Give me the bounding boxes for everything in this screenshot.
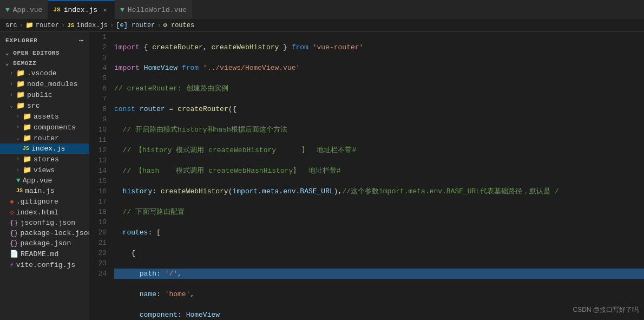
js-file-icon: JS bbox=[67, 22, 74, 29]
folder-icon: 📁 bbox=[16, 101, 25, 110]
code-editor[interactable]: import { createRouter, createWebHistory … bbox=[112, 32, 644, 320]
item-label: vite.config.js bbox=[16, 261, 75, 269]
editor-area[interactable]: 12345 678910 1112131415 1617181920 21222… bbox=[89, 32, 644, 320]
watermark: CSDN @接口写好了吗 bbox=[573, 305, 639, 315]
sidebar-header: EXPLORER ⋯ bbox=[0, 32, 89, 47]
open-editors-label: ⌄ OPEN EDITORS bbox=[0, 47, 89, 57]
breadcrumb-sep: › bbox=[19, 22, 23, 29]
arrow-icon: › bbox=[16, 125, 19, 130]
item-label: App.vue bbox=[23, 177, 52, 185]
sidebar-item-public[interactable]: › 📁 public bbox=[0, 89, 89, 100]
js-file-icon: JS bbox=[23, 146, 29, 152]
item-label: package.json bbox=[21, 239, 71, 247]
folder-icon: 📁 bbox=[16, 90, 25, 99]
item-label: stores bbox=[34, 155, 59, 164]
sidebar-item-components[interactable]: › 📁 components bbox=[0, 122, 89, 133]
breadcrumb-sep: › bbox=[61, 22, 65, 29]
item-label: .vscode bbox=[27, 69, 57, 77]
item-label: views bbox=[34, 166, 55, 174]
breadcrumb-part[interactable]: index.js bbox=[76, 22, 108, 29]
sidebar-item-package-lock[interactable]: {} package-lock.json bbox=[0, 228, 89, 238]
arrow-icon: ⌄ bbox=[10, 102, 13, 109]
folder-icon: 📁 bbox=[23, 112, 31, 121]
line-numbers: 12345 678910 1112131415 1617181920 21222… bbox=[89, 32, 112, 320]
sidebar-item-readme[interactable]: 📄 README.md bbox=[0, 249, 89, 259]
sidebar-item-jsconfig[interactable]: {} jsconfig.json bbox=[0, 218, 89, 228]
sidebar: EXPLORER ⋯ ⌄ OPEN EDITORS ⌄ DEMOZZ › 📁 .… bbox=[0, 32, 89, 320]
main-layout: EXPLORER ⋯ ⌄ OPEN EDITORS ⌄ DEMOZZ › 📁 .… bbox=[0, 32, 644, 320]
vite-icon: ⚡ bbox=[10, 260, 14, 269]
item-label: router bbox=[34, 134, 59, 142]
arrow-icon: › bbox=[16, 156, 19, 162]
tab-bar: ▼ App.vue JS index.js ✕ ▼ HelloWorld.vue bbox=[0, 0, 644, 19]
sidebar-item-node-modules[interactable]: › 📁 node_modules bbox=[0, 79, 89, 89]
sidebar-header-icons: ⋯ bbox=[79, 36, 84, 45]
arrow-icon: › bbox=[10, 92, 13, 98]
breadcrumb-part[interactable]: src bbox=[5, 22, 17, 29]
item-label: index.html bbox=[16, 208, 58, 217]
sidebar-item-vscode[interactable]: › 📁 .vscode bbox=[0, 68, 89, 79]
sidebar-item-src[interactable]: ⌄ 📁 src bbox=[0, 100, 89, 111]
folder-icon: 📁 bbox=[23, 134, 31, 142]
sidebar-item-main-js[interactable]: JS main.js bbox=[0, 186, 89, 196]
tab-app-vue[interactable]: ▼ App.vue bbox=[0, 0, 48, 19]
item-label: components bbox=[34, 123, 76, 132]
item-label: README.md bbox=[21, 250, 58, 258]
folder-icon: 📁 bbox=[25, 21, 34, 29]
git-icon: ◈ bbox=[10, 197, 14, 206]
item-label: node_modules bbox=[27, 80, 78, 88]
tab-index-js[interactable]: JS index.js ✕ bbox=[48, 0, 115, 19]
tab-label: index.js bbox=[64, 6, 97, 14]
item-label: public bbox=[27, 91, 52, 99]
sidebar-item-assets[interactable]: › 📁 assets bbox=[0, 111, 89, 122]
explorer-label: EXPLORER bbox=[5, 37, 38, 44]
arrow-icon: ⌄ bbox=[16, 135, 19, 141]
sidebar-item-gitignore[interactable]: ◈ .gitignore bbox=[0, 196, 89, 207]
js-file-icon: JS bbox=[16, 188, 23, 194]
tab-label: HelloWorld.vue bbox=[128, 6, 187, 14]
item-label: main.js bbox=[25, 187, 55, 195]
md-icon: 📄 bbox=[10, 250, 18, 258]
sidebar-item-index-html[interactable]: ◇ index.html bbox=[0, 207, 89, 218]
breadcrumb-sep: › bbox=[157, 22, 161, 29]
item-label: assets bbox=[34, 113, 59, 121]
tab-label: App.vue bbox=[13, 6, 43, 14]
arrow-icon: › bbox=[16, 167, 19, 173]
folder-icon: 📁 bbox=[16, 69, 25, 77]
breadcrumb-sep: › bbox=[110, 22, 114, 29]
item-label: package-lock.json bbox=[21, 229, 89, 237]
vue-icon: ▼ bbox=[120, 6, 124, 14]
arrow-icon: › bbox=[10, 81, 13, 87]
folder-icon: 📁 bbox=[16, 80, 25, 88]
json-icon: {} bbox=[10, 239, 18, 247]
json-icon: {} bbox=[10, 229, 18, 237]
sidebar-item-vite-config[interactable]: ⚡ vite.config.js bbox=[0, 259, 89, 270]
tab-helloworld-vue[interactable]: ▼ HelloWorld.vue bbox=[115, 0, 192, 19]
html-icon: ◇ bbox=[10, 208, 14, 217]
vue-file-icon: ▼ bbox=[16, 177, 21, 185]
json-icon: {} bbox=[10, 219, 18, 227]
sidebar-item-app-vue[interactable]: ▼ App.vue bbox=[0, 175, 89, 186]
sidebar-item-stores[interactable]: › 📁 stores bbox=[0, 154, 89, 165]
item-label: src bbox=[27, 102, 40, 110]
breadcrumb-part[interactable]: ⚙ routes bbox=[163, 21, 195, 29]
breadcrumb: src › 📁 router › JS index.js › [⊕] route… bbox=[0, 19, 644, 32]
arrow-icon: › bbox=[10, 70, 13, 76]
item-label: index.js bbox=[31, 145, 65, 153]
item-label: jsconfig.json bbox=[21, 219, 75, 227]
sidebar-item-package-json[interactable]: {} package.json bbox=[0, 238, 89, 249]
tab-close-button[interactable]: ✕ bbox=[101, 5, 109, 14]
folder-icon: 📁 bbox=[23, 123, 31, 132]
arrow-icon: › bbox=[16, 114, 19, 120]
sidebar-item-views[interactable]: › 📁 views bbox=[0, 165, 89, 175]
folder-icon: 📁 bbox=[23, 155, 31, 164]
vue-icon: ▼ bbox=[5, 6, 10, 14]
project-label: ⌄ DEMOZZ bbox=[0, 57, 89, 68]
breadcrumb-part[interactable]: router bbox=[36, 22, 59, 29]
breadcrumb-part[interactable]: [⊕] router bbox=[116, 21, 155, 29]
item-label: .gitignore bbox=[16, 198, 58, 206]
new-file-icon[interactable]: ⋯ bbox=[79, 36, 84, 45]
folder-icon: 📁 bbox=[23, 166, 31, 174]
sidebar-item-router[interactable]: ⌄ 📁 router bbox=[0, 133, 89, 143]
sidebar-item-index-js[interactable]: JS index.js bbox=[0, 143, 89, 154]
